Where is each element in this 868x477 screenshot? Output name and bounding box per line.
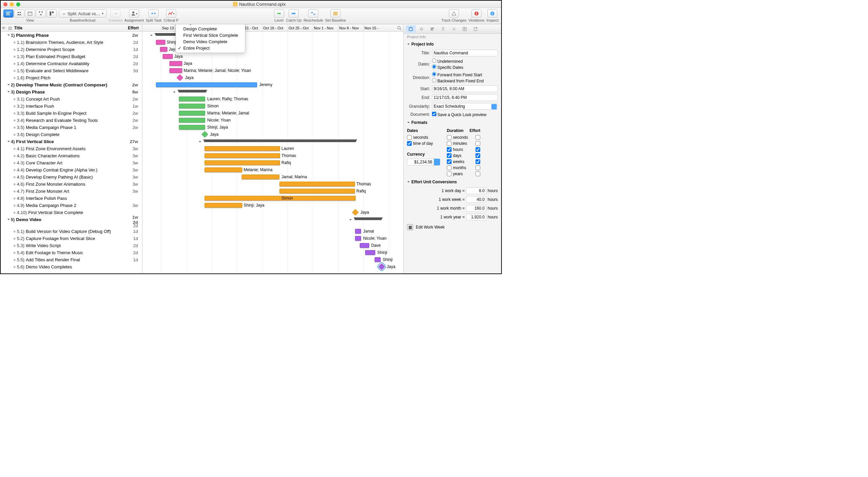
outline-row[interactable]: 4.3)Core Character Art3w <box>1 159 142 166</box>
outline-row[interactable]: 5.5)Add Titles and Render Final1d <box>1 256 142 263</box>
gantt-disclosure-icon[interactable] <box>173 90 176 95</box>
timeline-col[interactable]: Oct 25 - Oct <box>288 24 308 32</box>
outline-row[interactable]: 1.1)Brainstorm Themes, Audience, Art Sty… <box>1 39 142 46</box>
gantt-task-bar[interactable] <box>279 189 355 193</box>
fmt-seconds-date[interactable]: seconds <box>407 135 440 140</box>
gantt-task-bar[interactable] <box>375 257 381 262</box>
outline-row[interactable]: 5.4)Edit Footage to Theme Music2d <box>1 249 142 256</box>
gantt-summary-bar[interactable] <box>205 139 356 142</box>
baseline-dropdown[interactable]: ↔Split: Actual vs…▾ <box>59 9 107 18</box>
set-baseline-button[interactable] <box>330 9 341 18</box>
outline-row[interactable]: 3.5)Media Campaign Phase 12w <box>1 124 142 131</box>
gantt-task-bar[interactable] <box>205 160 280 165</box>
gantt-summary-bar[interactable] <box>179 90 206 92</box>
outline-row[interactable]: 1)Planning Phase2w <box>1 32 142 39</box>
conv-week-input[interactable] <box>466 196 486 203</box>
outline-row[interactable]: 4.9)Media Campaign Phase 23w <box>1 202 142 209</box>
outline-row[interactable]: 4.7)First Zone Monster Art3w <box>1 188 142 195</box>
currency-input[interactable] <box>407 159 440 165</box>
track-changes-button[interactable] <box>449 9 459 18</box>
direction-backward-radio[interactable]: Backward from Fixed End <box>432 78 484 83</box>
outline-row[interactable]: 1.4)Determine Contractor Availability2d <box>1 60 142 67</box>
start-input[interactable] <box>432 85 498 92</box>
gantt-task-bar[interactable] <box>169 61 182 66</box>
gantt-disclosure-icon[interactable] <box>349 217 352 222</box>
gantt-task-bar[interactable] <box>179 111 205 115</box>
inspector-tab-styles[interactable] <box>449 25 459 33</box>
inspect-button[interactable]: i <box>487 9 497 18</box>
maximize-icon[interactable] <box>16 2 20 6</box>
search-icon[interactable] <box>397 25 402 31</box>
gantt-task-bar[interactable] <box>179 125 205 130</box>
view-calendar-button[interactable] <box>25 9 35 18</box>
timeline-col[interactable]: Nov 1 - Nov <box>313 24 333 32</box>
outline-row[interactable]: 4.1)First Zone Environment Assets3w <box>1 145 142 152</box>
gantt-task-bar[interactable] <box>355 236 361 241</box>
dates-undetermined-radio[interactable]: Undetermined <box>432 58 463 64</box>
catchup-button[interactable] <box>289 9 299 18</box>
edit-work-week-button[interactable]: ▦Edit Work Week <box>404 221 501 233</box>
dur-days[interactable] <box>447 153 452 158</box>
outline-row[interactable]: 5.2)Capture Footage from Vertical Slice1… <box>1 235 142 242</box>
outline-row[interactable]: 1.5)Evaluate and Select Middleware3d <box>1 67 142 74</box>
disclosure-icon[interactable] <box>6 83 11 86</box>
gantt-task-bar[interactable] <box>205 203 242 208</box>
outline-row[interactable]: 3.2)Interface Push1w <box>1 103 142 110</box>
outline-row[interactable]: 4.8)Interface Polish Pass <box>1 195 142 202</box>
reschedule-button[interactable] <box>308 9 318 18</box>
menu-item[interactable]: Design Complete <box>176 26 245 32</box>
outline-row[interactable]: 3.1)Concept Art Push2w <box>1 96 142 103</box>
dur-hours[interactable] <box>447 147 452 152</box>
eff-months[interactable] <box>476 165 480 170</box>
section-formats[interactable]: Formats <box>404 118 501 127</box>
outline-row[interactable]: 5.1)Build Version for Video Capture (Deb… <box>1 228 142 235</box>
quicklook-checkbox[interactable]: Save a Quick Look preview <box>432 112 486 117</box>
inspector-tab-project[interactable] <box>406 25 416 33</box>
assignment-button[interactable]: ▾ <box>129 9 139 18</box>
menu-item[interactable]: Demo Video Complete <box>176 38 245 45</box>
conv-year-input[interactable] <box>466 214 486 220</box>
timeline-col[interactable]: Sep 13 - <box>161 24 176 32</box>
eff-years[interactable] <box>476 171 480 176</box>
inspector-tab-custom[interactable] <box>470 25 481 33</box>
dur-months[interactable] <box>447 165 452 170</box>
timeline-col[interactable]: Oct 18 - Oct <box>262 24 283 32</box>
title-input[interactable] <box>432 50 498 56</box>
timeline-col[interactable]: Nov 8 - Nov <box>338 24 359 32</box>
outline-row[interactable]: 3)Design Phase9w <box>1 88 142 96</box>
gantt-task-bar[interactable] <box>179 104 205 108</box>
outline-row[interactable]: 5.6)Demo Video Completes <box>1 263 142 270</box>
outline-row[interactable]: 1.2)Determine Project Scope1d <box>1 46 142 53</box>
connect-button[interactable] <box>110 9 120 18</box>
level-button[interactable] <box>274 9 284 18</box>
gantt-task-bar[interactable] <box>360 243 369 248</box>
gantt-task-bar[interactable] <box>169 68 182 73</box>
eff-days[interactable] <box>476 153 480 158</box>
outline-row[interactable]: 5.3)Write Video Script2d <box>1 242 142 249</box>
dur-years[interactable] <box>447 171 452 176</box>
eff-minutes[interactable] <box>476 141 480 146</box>
eff-hours[interactable] <box>476 147 480 152</box>
inspector-tab-milestone[interactable] <box>416 25 427 33</box>
conv-month-input[interactable] <box>466 205 486 212</box>
gantt-task-bar[interactable] <box>279 182 355 186</box>
eff-seconds[interactable] <box>476 135 480 140</box>
gantt-task-bar[interactable] <box>205 196 356 201</box>
menu-item[interactable]: First Vertical Slice Complete <box>176 32 245 38</box>
gantt-task-bar[interactable] <box>156 82 257 87</box>
disclosure-icon[interactable] <box>6 34 11 37</box>
outline-row[interactable]: 2)Develop Theme Music (Contract Composer… <box>1 81 142 88</box>
outline-title-header[interactable]: Title <box>13 26 118 30</box>
minimize-icon[interactable] <box>10 2 14 6</box>
outline-row[interactable]: 1.6)Project Pitch <box>1 74 142 81</box>
outline-row[interactable]: 5)Demo Video1w2d <box>1 216 142 223</box>
fmt-tod[interactable]: time of day <box>407 141 440 146</box>
gantt-task-bar[interactable] <box>205 167 242 172</box>
outline-row[interactable]: 3.4)Research and Evaluate Testing Tools2… <box>1 117 142 124</box>
granularity-select[interactable]: Exact Scheduling <box>432 103 498 110</box>
dur-minutes[interactable] <box>447 141 452 146</box>
gantt-disclosure-icon[interactable] <box>198 139 201 144</box>
gantt-task-bar[interactable] <box>179 97 205 101</box>
gantt-summary-bar[interactable] <box>355 217 381 220</box>
gantt-task-bar[interactable] <box>205 153 280 158</box>
